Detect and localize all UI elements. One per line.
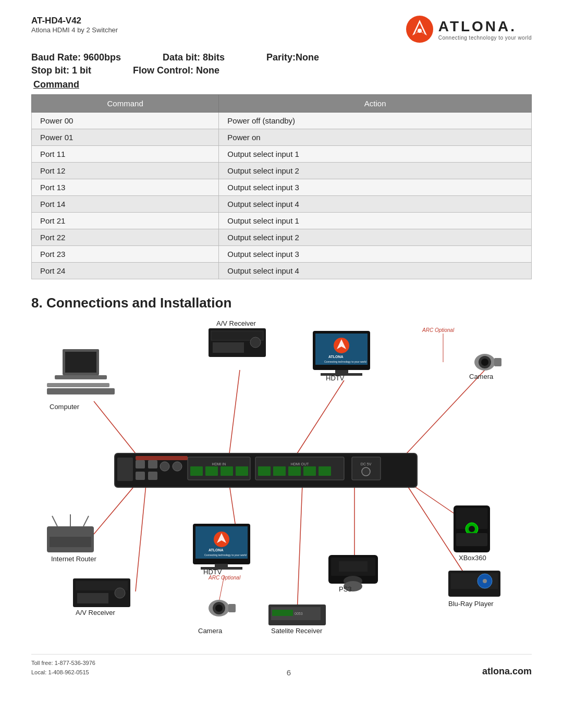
svg-rect-69 (50, 537, 91, 547)
command-cell: Port 23 (32, 246, 219, 263)
svg-rect-29 (221, 466, 233, 476)
svg-rect-59 (321, 373, 362, 376)
footer-page-number: 6 (287, 668, 291, 677)
local-phone: Local: 1-408-962-0515 (31, 668, 95, 677)
action-cell: Output select input 1 (219, 213, 532, 229)
svg-line-7 (407, 370, 485, 453)
svg-rect-41 (136, 456, 188, 460)
flow-control: Flow Control: None (133, 65, 219, 76)
svg-text:Connecting technology to your : Connecting technology to your world (324, 360, 366, 363)
action-cell: Output select input 1 (219, 146, 532, 163)
svg-rect-63 (494, 358, 501, 366)
table-row: Power 01Power on (32, 129, 532, 146)
data-bit: Data bit: 8bits (163, 52, 225, 63)
svg-point-40 (362, 467, 370, 476)
svg-rect-102 (451, 573, 498, 589)
svg-rect-101 (448, 571, 500, 597)
logo-text-group: ATLONA. Connecting technology to your wo… (438, 18, 532, 41)
command-cell: Port 13 (32, 179, 219, 196)
toll-free: Toll free: 1-877-536-3976 (31, 659, 95, 668)
svg-rect-18 (117, 458, 133, 481)
svg-line-12 (219, 576, 224, 602)
table-row: Port 14Output select input 4 (32, 196, 532, 213)
svg-line-6 (297, 380, 344, 453)
svg-point-3 (418, 29, 422, 33)
svg-rect-49 (211, 331, 263, 340)
svg-text:ATLONA: ATLONA (328, 355, 344, 359)
svg-rect-87 (328, 555, 378, 584)
table-row: Port 23Output select input 3 (32, 246, 532, 263)
svg-point-23 (160, 462, 169, 471)
action-cell: Output select input 2 (219, 163, 532, 179)
svg-point-54 (334, 338, 349, 353)
svg-text:HDTV: HDTV (326, 374, 345, 382)
svg-point-103 (478, 574, 492, 588)
action-cell: Output select input 3 (219, 246, 532, 263)
table-row: Port 12Output select input 2 (32, 163, 532, 179)
action-cell: Power off (standby) (219, 113, 532, 129)
svg-point-84 (215, 604, 223, 612)
command-cell: Port 22 (32, 229, 219, 246)
svg-rect-47 (209, 328, 266, 357)
baud-rate: Baud Rate: 9600bps (31, 52, 121, 63)
svg-point-61 (479, 356, 491, 368)
table-row: Port 22Output select input 2 (32, 229, 532, 246)
table-row: Power 00Power off (standby) (32, 113, 532, 129)
svg-rect-22 (148, 472, 157, 480)
parity: Parity:None (266, 52, 319, 63)
svg-line-11 (229, 485, 240, 555)
svg-rect-70 (73, 578, 130, 607)
svg-rect-94 (272, 610, 293, 616)
command-table: Command Action Power 00Power off (standb… (31, 94, 532, 279)
header-right: ATLONA. Connecting technology to your wo… (406, 16, 532, 43)
svg-line-5 (229, 370, 240, 453)
svg-rect-75 (195, 526, 248, 559)
svg-rect-93 (271, 607, 321, 620)
svg-text:A/V Receiver: A/V Receiver (216, 320, 256, 327)
svg-rect-92 (268, 604, 326, 625)
section-8-title: 8. Connections and Installation (31, 295, 532, 311)
svg-line-68 (83, 516, 89, 526)
svg-rect-51 (213, 342, 244, 353)
svg-point-83 (213, 602, 225, 614)
svg-rect-21 (148, 460, 157, 468)
svg-marker-55 (337, 339, 346, 349)
diagram-svg: HDMI IN HDMI OUT DC 5V (31, 320, 532, 644)
connections-diagram: HDMI IN HDMI OUT DC 5V (31, 320, 532, 644)
svg-rect-74 (193, 524, 250, 564)
table-header-action: Action (219, 95, 532, 113)
svg-rect-58 (335, 370, 348, 373)
svg-text:Camera: Camera (198, 627, 223, 635)
svg-rect-65 (47, 526, 94, 552)
svg-rect-25 (188, 457, 250, 480)
header: AT-HD4-V42 Atlona HDMI 4 by 2 Switcher A… (31, 16, 532, 43)
specs-row-2: Stop bit: 1 bit Flow Control: None (31, 65, 532, 76)
command-cell: Power 01 (32, 129, 219, 146)
svg-line-14 (412, 485, 469, 524)
svg-rect-71 (76, 581, 128, 590)
svg-rect-88 (331, 558, 375, 576)
svg-point-60 (474, 354, 495, 371)
svg-rect-34 (273, 466, 286, 476)
action-cell: Output select input 2 (219, 229, 532, 246)
svg-rect-38 (352, 457, 381, 480)
svg-point-90 (344, 576, 362, 586)
svg-text:ATLONA: ATLONA (209, 548, 224, 552)
svg-point-104 (483, 579, 487, 583)
command-cell: Port 12 (32, 163, 219, 179)
header-left: AT-HD4-V42 Atlona HDMI 4 by 2 Switcher (31, 16, 118, 34)
svg-text:XBox360: XBox360 (459, 554, 486, 562)
svg-rect-20 (136, 472, 145, 480)
command-cell: Power 00 (32, 113, 219, 129)
action-cell: Output select input 4 (219, 196, 532, 213)
svg-text:Computer: Computer (50, 403, 80, 411)
svg-point-99 (469, 526, 475, 532)
footer-contact: Toll free: 1-877-536-3976 Local: 1-408-9… (31, 659, 95, 677)
svg-line-9 (94, 485, 136, 534)
table-header-command: Command (32, 95, 219, 113)
svg-text:ARC Optional: ARC Optional (422, 327, 455, 333)
svg-rect-52 (313, 331, 370, 370)
model-number: AT-HD4-V42 (31, 16, 118, 26)
svg-text:DC 5V: DC 5V (361, 462, 372, 466)
logo-tagline: Connecting technology to your world (438, 35, 532, 41)
